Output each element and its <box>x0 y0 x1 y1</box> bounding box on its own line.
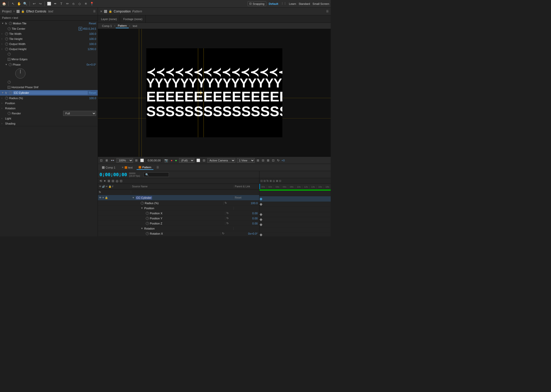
radius-value[interactable]: 100.0 <box>89 97 96 100</box>
rotx-stopwatch[interactable] <box>146 232 149 235</box>
output-width-value[interactable]: 100.0 <box>89 42 96 46</box>
tl-icon4[interactable]: ⊟ <box>112 179 114 183</box>
solo-icon[interactable]: ☀ <box>102 196 104 199</box>
frame-icon[interactable]: ⬜ <box>196 159 201 162</box>
lock-icon-layer[interactable]: 🔒 <box>105 196 108 199</box>
redo-icon[interactable]: ↪ <box>38 1 43 6</box>
camera-icon[interactable]: 📷 <box>164 159 169 162</box>
motion-tile-stopwatch[interactable] <box>9 22 12 25</box>
cc-cylinder-header[interactable]: ▼ fx CC Cylinder Reset <box>0 90 98 96</box>
phase-dial[interactable] <box>15 68 25 79</box>
phase-extra-stopwatch[interactable] <box>8 81 11 84</box>
cc-expand-arrow[interactable]: ▼ <box>132 196 135 199</box>
mirror-edges-checkbox[interactable] <box>8 58 10 61</box>
tl-switch-icon[interactable]: ⊡ <box>260 179 263 182</box>
pin-tool[interactable]: 📍 <box>89 1 94 6</box>
rect-tool[interactable]: ⬜ <box>47 1 52 6</box>
refresh-icon[interactable]: ↻ <box>277 159 280 162</box>
overlay-icon[interactable]: ⊟ <box>202 159 206 162</box>
phase-value[interactable]: 0x+0.0° <box>86 63 96 66</box>
tile-width-stopwatch[interactable] <box>5 32 8 35</box>
posz-stopwatch[interactable] <box>146 222 149 225</box>
quality-select[interactable]: (Full) <box>179 158 194 163</box>
layout3-icon[interactable]: ⊠ <box>266 159 270 162</box>
view-select[interactable]: 1 View <box>237 158 255 163</box>
posx-cycle[interactable]: ↻ <box>226 212 229 215</box>
cc-cylinder-layer-row[interactable]: 👁 ☀ 🔒 ▼ CC Cylinder Reset <box>98 195 259 201</box>
tile-width-expand[interactable]: › <box>2 33 4 35</box>
project-tab-label[interactable]: Project <box>2 10 11 13</box>
home-icon[interactable]: 🏠 <box>2 1 7 6</box>
tl-timecode[interactable]: 0;00;00;00 <box>99 172 127 177</box>
output-width-stopwatch[interactable] <box>5 42 8 46</box>
pattern-tab[interactable]: Pattern <box>116 24 129 28</box>
tl-switch-icon2[interactable]: ⊟ <box>264 179 266 182</box>
hand-tool[interactable]: ✋ <box>17 1 22 6</box>
learn-link[interactable]: Learn <box>289 2 296 5</box>
comp-tab-close[interactable]: ✕ <box>100 10 103 13</box>
motion-tile-header[interactable]: ▼ fx Motion Tile Reset <box>0 21 98 26</box>
output-height-expand[interactable]: › <box>2 48 4 50</box>
eye-icon[interactable]: 👁 <box>99 196 102 199</box>
monitor-icon[interactable]: 🖥 <box>105 159 109 162</box>
layout2-icon[interactable]: ⊟ <box>261 159 265 162</box>
tl-tab-pattern[interactable]: Pattern <box>137 165 153 170</box>
radius-cycle-icon[interactable]: ↻ <box>225 201 227 205</box>
phase-stopwatch[interactable] <box>9 63 12 66</box>
tl-search[interactable] <box>143 172 169 177</box>
tile-height-expand[interactable]: › <box>2 38 4 40</box>
puppet-tool[interactable]: ✳ <box>83 1 88 6</box>
brush-tool[interactable]: ✏ <box>65 1 70 6</box>
pos-expand[interactable]: ▼ <box>141 207 143 209</box>
effect-controls-title[interactable]: Effect Controls <box>26 10 46 13</box>
snapping-button[interactable]: ⊡ Snapping <box>248 1 266 6</box>
comp-menu-icon[interactable]: ☰ <box>326 10 329 13</box>
layout4-icon[interactable]: ⊡ <box>271 159 275 162</box>
posz-value[interactable]: 0.00 <box>251 222 259 225</box>
tl-tab-menu[interactable]: ☰ <box>156 166 159 169</box>
output-width-expand[interactable]: › <box>2 43 4 45</box>
extra-stopwatch[interactable] <box>8 53 11 56</box>
tile-center-stopwatch[interactable] <box>8 27 11 30</box>
rotx-value[interactable]: 0x+0.0° <box>246 232 259 235</box>
posy-value[interactable]: 0.00 <box>251 217 259 220</box>
tl-icon3[interactable]: ⊞ <box>108 179 110 183</box>
tl-icon5[interactable]: ◎ <box>116 179 118 183</box>
cc-layer-name[interactable]: CC Cylinder <box>136 196 152 200</box>
output-height-value[interactable]: 1290.0 <box>88 48 96 51</box>
region-icon[interactable]: ⊡ <box>99 159 103 162</box>
active-camera-select[interactable]: Active Camera <box>207 158 235 163</box>
tl-switch-icon3[interactable]: fx <box>267 179 269 182</box>
radius-expand[interactable]: › <box>2 97 4 99</box>
tl-switch-icon4[interactable]: ⊞ <box>270 179 272 182</box>
rotx-cycle[interactable]: ↻ <box>222 232 224 235</box>
cc-cylinder-stopwatch[interactable] <box>9 91 12 94</box>
layout1-icon[interactable]: ⊞ <box>256 159 260 162</box>
cc-reset-tl[interactable]: Reset <box>235 196 241 199</box>
project-tab-close[interactable]: ✕ <box>13 10 15 13</box>
cc-cylinder-reset[interactable]: Reset <box>89 91 96 94</box>
tl-tab-comp1[interactable]: Comp 1 <box>100 165 118 170</box>
light-expand[interactable]: › <box>2 117 4 120</box>
undo-icon[interactable]: ↩ <box>32 1 37 6</box>
tl-icon1[interactable]: ⟲ <box>99 179 102 183</box>
stamp-tool[interactable]: ⎋ <box>71 1 76 6</box>
tile-center-value[interactable]: ⊕ 450.0,34.5 <box>79 27 96 31</box>
workspace-menu-icon[interactable]: ⋮⋮ <box>281 2 286 5</box>
text-tab-close[interactable]: ✕ <box>122 166 124 169</box>
tile-height-stopwatch[interactable] <box>5 37 8 40</box>
shading-expand[interactable]: › <box>2 122 4 125</box>
posy-cycle[interactable]: ↻ <box>226 217 229 220</box>
horiz-phase-checkbox[interactable] <box>8 86 10 89</box>
posy-stopwatch[interactable] <box>146 217 149 220</box>
small-screen-link[interactable]: Small Screen <box>313 2 329 5</box>
output-height-stopwatch[interactable] <box>5 48 8 51</box>
render-stopwatch[interactable] <box>8 112 11 115</box>
tl-switch-icon6[interactable]: ⊠ <box>276 179 278 182</box>
tile-width-value[interactable]: 100.0 <box>89 32 96 35</box>
radius-tl-value[interactable]: 100.0 <box>249 202 259 205</box>
rot-expand[interactable]: ▼ <box>141 227 143 230</box>
text-tab[interactable]: text <box>131 24 139 28</box>
tl-switch-icon7[interactable]: ⊡ <box>279 179 281 182</box>
workspace-default[interactable]: Default <box>269 2 278 5</box>
